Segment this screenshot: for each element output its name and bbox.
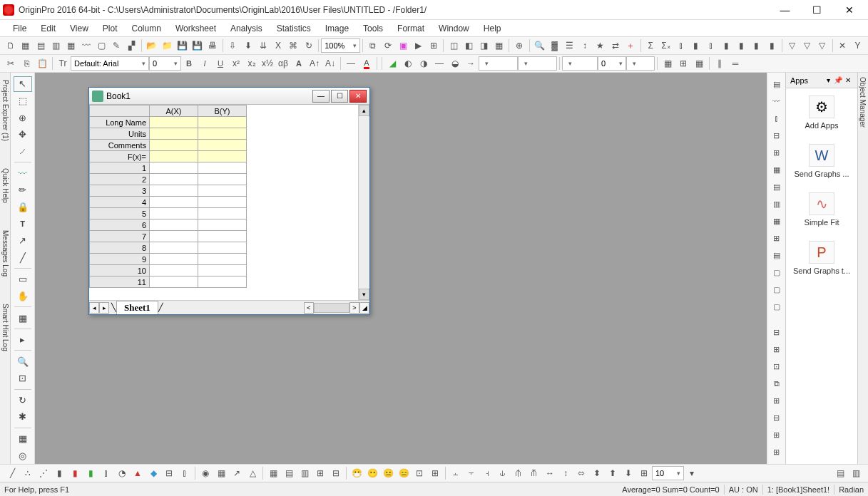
region-tool[interactable]: ▦ bbox=[14, 310, 32, 326]
panel2-tool[interactable]: ▤ bbox=[769, 179, 785, 195]
row-header[interactable]: 11 bbox=[90, 277, 150, 288]
cell[interactable] bbox=[198, 140, 247, 151]
cell[interactable] bbox=[150, 140, 198, 151]
print-icon[interactable]: 🖶 bbox=[205, 38, 219, 53]
font-name-combo[interactable]: Default: Arial bbox=[71, 56, 149, 71]
worksheet-grid[interactable]: A(X) B(Y) Long Name Units Comments F(x)=… bbox=[89, 105, 247, 288]
new-layout-icon[interactable]: ▢ bbox=[95, 38, 108, 53]
row-header[interactable]: 4 bbox=[90, 197, 150, 208]
cell[interactable] bbox=[150, 151, 198, 162]
rescale-tool[interactable]: ⊡ bbox=[14, 371, 32, 386]
cut-icon[interactable]: ✂ bbox=[4, 56, 18, 71]
cell[interactable] bbox=[198, 185, 247, 197]
cell[interactable] bbox=[150, 219, 198, 231]
cell[interactable] bbox=[150, 265, 198, 277]
new-project-icon[interactable]: 🗋 bbox=[4, 38, 17, 53]
line-style-icon[interactable]: — bbox=[344, 56, 358, 71]
same-width-icon[interactable]: ⬄ bbox=[574, 466, 588, 480]
asterisk-tool[interactable]: ✱ bbox=[14, 409, 32, 425]
histogram-icon[interactable]: ⫿ bbox=[705, 38, 718, 53]
open-template-icon[interactable]: 📁 bbox=[160, 38, 174, 53]
same-height-icon[interactable]: ⬍ bbox=[590, 466, 604, 480]
align-middle-icon[interactable]: ⫛ bbox=[511, 466, 526, 480]
row-header[interactable]: 7 bbox=[90, 231, 150, 242]
row-header[interactable]: 2 bbox=[90, 174, 150, 185]
line-width-combo[interactable] bbox=[479, 56, 518, 71]
comments-label[interactable]: Comments bbox=[90, 140, 150, 151]
scroll-up-icon[interactable]: ▴ bbox=[359, 105, 369, 116]
sort-icon[interactable]: ↕ bbox=[578, 38, 591, 53]
lock-tool[interactable]: 🔒 bbox=[14, 200, 32, 215]
units-label[interactable]: Units bbox=[90, 128, 150, 140]
pie-plot-icon[interactable]: ◔ bbox=[115, 466, 129, 480]
digitize-icon[interactable]: ⊞ bbox=[427, 38, 440, 53]
align-bottom-icon[interactable]: ⫚ bbox=[527, 466, 541, 480]
find-icon[interactable]: 🔍 bbox=[533, 38, 546, 53]
menu-edit[interactable]: Edit bbox=[34, 21, 63, 36]
group5-tool[interactable]: ⊞ bbox=[769, 393, 785, 408]
menu-analysis[interactable]: Analysis bbox=[223, 21, 270, 36]
new-matrix-icon[interactable]: ▦ bbox=[64, 38, 78, 53]
cell[interactable] bbox=[198, 208, 247, 219]
apps-close-icon[interactable]: ✕ bbox=[843, 76, 853, 84]
line-tool[interactable]: ╱ bbox=[14, 250, 32, 266]
book-close-button[interactable]: ✕ bbox=[349, 90, 367, 103]
line-symbol-icon[interactable]: ⋰ bbox=[36, 466, 51, 480]
cell[interactable] bbox=[150, 231, 198, 242]
greek-icon[interactable]: αβ bbox=[276, 56, 290, 71]
cell[interactable] bbox=[198, 219, 247, 231]
hist-plot-icon[interactable]: ⫿ bbox=[178, 466, 192, 480]
arrow-end-icon[interactable]: → bbox=[464, 56, 478, 71]
minimize-button[interactable]: — bbox=[769, 0, 801, 20]
cell[interactable] bbox=[198, 231, 247, 242]
units-toggle-icon[interactable]: ▾ bbox=[685, 466, 699, 480]
save-template-icon[interactable]: 💾 bbox=[190, 38, 204, 53]
menu-image[interactable]: Image bbox=[318, 21, 356, 36]
align-left-icon[interactable]: ⫠ bbox=[449, 466, 463, 480]
book-maximize-button[interactable]: ☐ bbox=[331, 90, 348, 103]
sheet-tab[interactable]: Sheet1 bbox=[116, 301, 158, 314]
bar-icon[interactable]: ▮ bbox=[689, 38, 703, 53]
chart4-icon[interactable]: ▮ bbox=[765, 38, 779, 53]
tab-smart-hint-log[interactable]: Smart Hint Log bbox=[1, 301, 10, 354]
rect-tool[interactable]: ▭ bbox=[14, 272, 32, 287]
app-send-graphs-word[interactable]: W Send Graphs ... bbox=[786, 137, 857, 185]
group7-tool[interactable]: ⊞ bbox=[769, 427, 785, 443]
panel-tool[interactable]: ▦ bbox=[769, 162, 785, 177]
scatter-plot-icon[interactable]: ∴ bbox=[21, 466, 35, 480]
mask4-icon[interactable]: 😑 bbox=[397, 466, 411, 480]
group1-tool[interactable]: ⊟ bbox=[769, 324, 785, 340]
menu-view[interactable]: View bbox=[63, 21, 96, 36]
template5-icon[interactable]: ⊟ bbox=[329, 466, 343, 480]
vector-icon[interactable]: ↗ bbox=[230, 466, 244, 480]
menu-window[interactable]: Window bbox=[432, 21, 476, 36]
import-wizard-icon[interactable]: ⇩ bbox=[226, 38, 240, 53]
app-add-apps[interactable]: ⚙ Add Apps bbox=[786, 88, 857, 137]
align-right-icon[interactable]: ⫞ bbox=[480, 466, 494, 480]
cell[interactable] bbox=[198, 277, 247, 288]
cell[interactable] bbox=[150, 242, 198, 254]
draw-tool[interactable]: ✏ bbox=[14, 182, 32, 198]
panel6-tool[interactable]: ▤ bbox=[769, 247, 785, 263]
cell[interactable] bbox=[198, 151, 247, 162]
cell[interactable] bbox=[198, 265, 247, 277]
ternary-icon[interactable]: △ bbox=[245, 466, 260, 480]
tab-object-manager[interactable]: Object Manager bbox=[858, 73, 867, 132]
slideshow-icon[interactable]: ▣ bbox=[397, 38, 410, 53]
layer-tool[interactable]: ▤ bbox=[769, 76, 785, 92]
supersub-icon[interactable]: x½ bbox=[260, 56, 275, 71]
filter1-icon[interactable]: ▽ bbox=[785, 38, 799, 53]
row-header[interactable]: 9 bbox=[90, 254, 150, 265]
line-plot-icon[interactable]: ╱ bbox=[5, 466, 19, 480]
new-function-icon[interactable]: 〰 bbox=[79, 38, 93, 53]
stats-icon[interactable]: ⫿ bbox=[674, 38, 688, 53]
menu-format[interactable]: Format bbox=[390, 21, 432, 36]
template4-icon[interactable]: ⊞ bbox=[313, 466, 327, 480]
mask6-icon[interactable]: ⊞ bbox=[428, 466, 442, 480]
group3-tool[interactable]: ⊡ bbox=[769, 358, 785, 374]
font-style-icon[interactable]: A bbox=[292, 56, 306, 71]
hand-tool[interactable]: ✋ bbox=[14, 289, 32, 304]
cell[interactable] bbox=[150, 128, 198, 140]
add-col-icon[interactable]: ⊕ bbox=[512, 38, 526, 53]
scroll-down-icon[interactable]: ▾ bbox=[359, 289, 369, 300]
